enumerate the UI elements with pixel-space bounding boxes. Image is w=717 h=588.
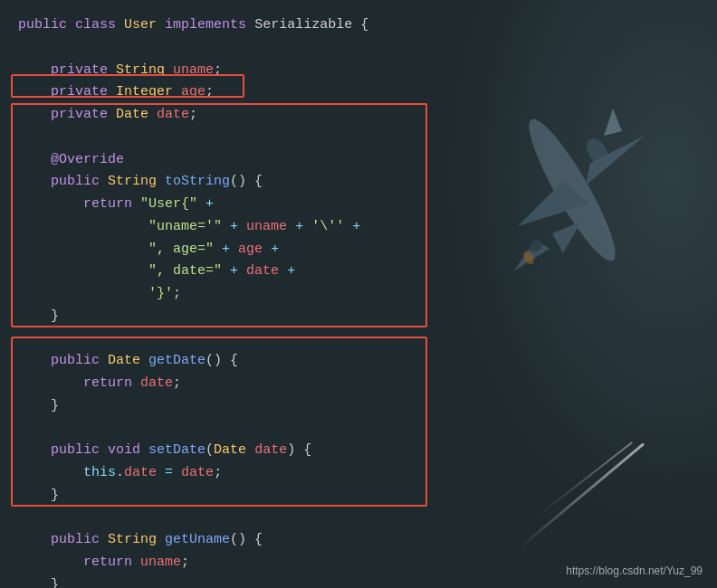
code-line-18: }	[18, 395, 699, 418]
watermark: https://blog.csdn.net/Yuz_99	[566, 564, 703, 577]
code-line-15	[18, 328, 699, 351]
code-line-16: public Date getDate() {	[18, 350, 699, 373]
code-line-6	[18, 127, 699, 149]
code-line-3: private String uname;	[18, 60, 699, 82]
code-line-12: ", date=" + date +	[18, 261, 699, 283]
code-line-5: private Date date;	[18, 104, 699, 127]
code-line-9: return "User{" +	[18, 194, 699, 216]
code-line-13: '}';	[18, 283, 699, 306]
code-editor: public class User implements Serializabl…	[18, 14, 699, 588]
code-line-20: public void setDate(Date date) {	[18, 440, 699, 462]
code-container: public class User implements Serializabl…	[0, 0, 717, 588]
code-line-10: "uname='" + uname + '\'' +	[18, 216, 699, 239]
code-line-21: this.date = date;	[18, 462, 699, 485]
code-line-11: ", age=" + age +	[18, 239, 699, 261]
code-line-14: }	[18, 306, 699, 328]
code-line-8: public String toString() {	[18, 171, 699, 194]
code-line-22: }	[18, 485, 699, 507]
code-line-2	[18, 37, 699, 60]
code-line-24: public String getUname() {	[18, 529, 699, 552]
code-line-1: public class User implements Serializabl…	[18, 14, 699, 37]
code-line-17: return date;	[18, 373, 699, 395]
code-line-4: private Integer age;	[18, 81, 699, 104]
code-line-7: @Override	[18, 149, 699, 172]
code-line-19	[18, 418, 699, 441]
code-line-23	[18, 507, 699, 530]
